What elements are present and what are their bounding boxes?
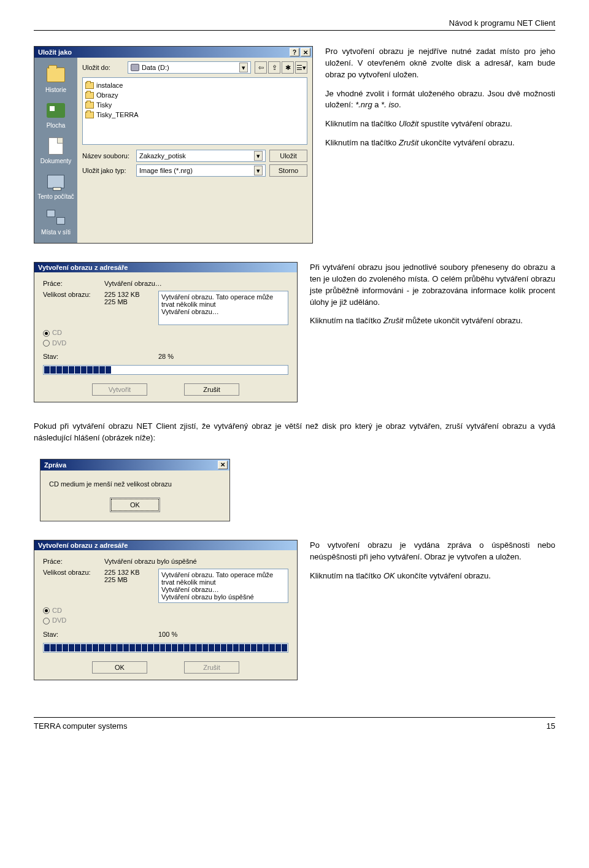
list-item[interactable]: instalace bbox=[85, 80, 304, 90]
state-label: Stav: bbox=[43, 631, 99, 638]
log-line: Vytváření obrazu… bbox=[161, 586, 285, 593]
filename-value: Zakazky_potisk bbox=[139, 152, 186, 159]
paragraph: Pokud při vytváření obrazu NET Client zj… bbox=[34, 421, 555, 444]
place-label: Historie bbox=[45, 86, 66, 93]
item-label: Tisky bbox=[96, 101, 112, 109]
folder-icon bbox=[85, 102, 94, 109]
item-label: instalace bbox=[96, 82, 123, 89]
up-button[interactable]: ⇪ bbox=[268, 61, 280, 74]
radio-label: CD bbox=[52, 607, 62, 614]
paragraph: Kliknutím na tlačítko Zrušit ukončíte vy… bbox=[325, 137, 555, 149]
network-icon bbox=[47, 210, 65, 225]
back-button[interactable]: ⇦ bbox=[255, 61, 267, 74]
computer-icon bbox=[47, 175, 64, 188]
cancel-button[interactable]: Zrušit bbox=[184, 383, 239, 396]
chevron-down-icon[interactable]: ▾ bbox=[254, 166, 263, 175]
folder-icon bbox=[85, 92, 94, 99]
list-item[interactable]: Obrazy bbox=[85, 90, 304, 100]
new-folder-button[interactable]: ✱ bbox=[282, 61, 294, 74]
log-line: Vytváření obrazu. Tato operace může trva… bbox=[161, 571, 285, 586]
file-list[interactable]: instalace Obrazy Tisky Tisky_TERRA bbox=[82, 77, 307, 145]
paragraph: Pro vytvoření obrazu je nejdříve nutné z… bbox=[325, 46, 555, 81]
message-title: Zpráva bbox=[44, 461, 66, 469]
drive-combo[interactable]: Data (D:) ▾ bbox=[128, 61, 251, 74]
radio-dvd[interactable]: DVD bbox=[43, 339, 288, 347]
desktop-icon bbox=[47, 103, 65, 118]
done-title: Vytvoření obrazu z adresáře bbox=[38, 542, 128, 549]
size-mb: 225 MB bbox=[104, 576, 153, 583]
message-text: CD medium je menší než velikost obrazu bbox=[49, 480, 221, 488]
place-desktop[interactable]: Plocha bbox=[34, 97, 77, 133]
list-item[interactable]: Tisky_TERRA bbox=[85, 110, 304, 120]
work-label: Práce: bbox=[43, 280, 99, 287]
filename-label: Název souboru: bbox=[82, 152, 133, 159]
save-as-title: Uložit jako bbox=[38, 48, 72, 56]
progress-dialog: Vytvoření obrazu z adresáře Práce:Vytvář… bbox=[34, 262, 298, 402]
chevron-down-icon[interactable]: ▾ bbox=[239, 63, 248, 72]
filetype-combo[interactable]: Image files (*.nrg)▾ bbox=[136, 164, 266, 177]
log-line: Vytváření obrazu bylo úspěšné bbox=[161, 593, 285, 601]
filetype-value: Image files (*.nrg) bbox=[139, 167, 193, 174]
paragraph: Je vhodné zvolit i formát uloženého obra… bbox=[325, 88, 555, 112]
radio-cd[interactable]: CD bbox=[43, 607, 288, 615]
size-label: Velikost obrazu: bbox=[43, 291, 99, 298]
chevron-down-icon[interactable]: ▾ bbox=[254, 151, 263, 161]
documents-icon bbox=[48, 137, 63, 155]
place-label: Místa v síti bbox=[41, 229, 71, 236]
size-kb: 225 132 KB bbox=[104, 569, 153, 576]
work-label: Práce: bbox=[43, 558, 99, 565]
views-button[interactable]: ☰▾ bbox=[295, 61, 307, 74]
history-icon bbox=[47, 67, 65, 82]
radio-cd[interactable]: CD bbox=[43, 329, 288, 337]
ok-button[interactable]: OK bbox=[111, 499, 159, 511]
help-icon[interactable]: ? bbox=[290, 48, 299, 56]
cancel-button[interactable]: Storno bbox=[269, 164, 307, 177]
radio-label: CD bbox=[52, 329, 62, 336]
item-label: Obrazy bbox=[96, 91, 118, 99]
ok-button[interactable]: OK bbox=[92, 661, 147, 674]
log-textbox: Vytváření obrazu. Tato operace může trva… bbox=[158, 569, 288, 603]
place-label: Tento počítač bbox=[37, 193, 74, 200]
paragraph: Kliknutím na tlačítko Zrušit můžete ukon… bbox=[310, 315, 555, 327]
radio-label: DVD bbox=[52, 339, 66, 347]
done-dialog: Vytvoření obrazu z adresáře Práce:Vytvář… bbox=[34, 540, 298, 680]
log-line: Vytváření obrazu. Tato operace může trva… bbox=[161, 293, 285, 308]
size-mb: 225 MB bbox=[104, 298, 153, 305]
work-value: Vytváření obrazu bylo úspěšné bbox=[104, 558, 197, 565]
paragraph: Kliknutím na tlačítko OK ukončíte vytvář… bbox=[310, 570, 555, 582]
close-icon[interactable]: ✕ bbox=[301, 48, 310, 56]
cancel-button: Zrušit bbox=[184, 661, 239, 674]
create-button: Vytvořit bbox=[92, 383, 147, 396]
paragraph: Kliknutím na tlačítko Uložit spustíte vy… bbox=[325, 118, 555, 130]
paragraph: Po vytvoření obrazu je vydána zpráva o ú… bbox=[310, 540, 555, 563]
radio-label: DVD bbox=[52, 616, 66, 624]
work-value: Vytváření obrazu… bbox=[104, 280, 162, 287]
place-network[interactable]: Místa v síti bbox=[34, 204, 77, 239]
state-value: 100 % bbox=[158, 631, 177, 638]
filename-input[interactable]: Zakazky_potisk▾ bbox=[136, 150, 266, 162]
list-item[interactable]: Tisky bbox=[85, 100, 304, 110]
size-label: Velikost obrazu: bbox=[43, 569, 99, 576]
page-header-title: Návod k programu NET Client bbox=[34, 18, 555, 31]
close-icon[interactable]: ✕ bbox=[218, 461, 228, 469]
save-as-dialog: Uložit jako ? ✕ Historie Plocha Dokument… bbox=[34, 46, 313, 244]
place-computer[interactable]: Tento počítač bbox=[34, 168, 77, 204]
disk-icon bbox=[131, 64, 139, 71]
state-value: 28 % bbox=[158, 353, 174, 360]
log-line: Vytváření obrazu… bbox=[161, 308, 285, 315]
save-button[interactable]: Uložit bbox=[269, 150, 307, 162]
message-dialog: Zpráva ✕ CD medium je menší než velikost… bbox=[40, 459, 230, 521]
place-documents[interactable]: Dokumenty bbox=[34, 133, 77, 168]
paragraph: Při vytváření obrazu jsou jednotlivé sou… bbox=[310, 262, 555, 308]
save-in-label: Uložit do: bbox=[82, 64, 124, 71]
state-label: Stav: bbox=[43, 353, 99, 360]
footer-left: TERRA computer systems bbox=[34, 721, 127, 731]
place-history[interactable]: Historie bbox=[34, 61, 77, 97]
progress-title: Vytvoření obrazu z adresáře bbox=[38, 264, 128, 271]
folder-icon bbox=[85, 82, 94, 89]
place-label: Dokumenty bbox=[40, 158, 72, 164]
folder-icon bbox=[85, 112, 94, 118]
progress-bar bbox=[43, 643, 288, 653]
place-label: Plocha bbox=[47, 122, 66, 129]
radio-dvd[interactable]: DVD bbox=[43, 616, 288, 624]
